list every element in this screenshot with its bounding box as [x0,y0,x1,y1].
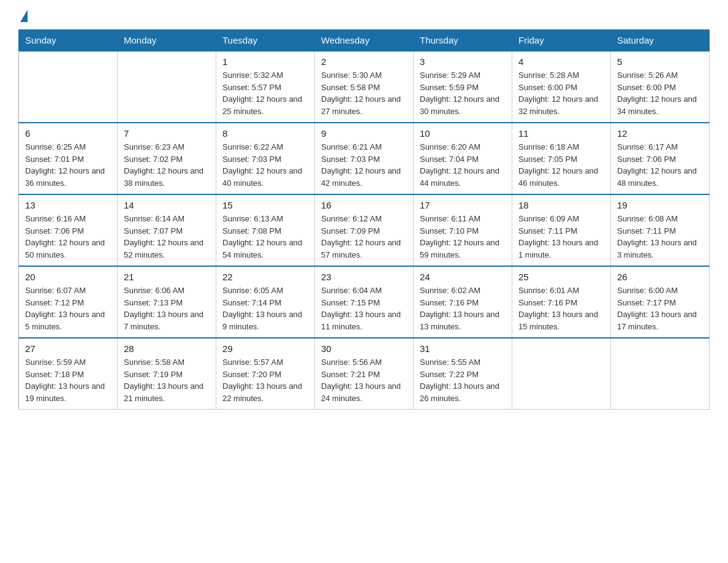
calendar-table: SundayMondayTuesdayWednesdayThursdayFrid… [18,29,710,410]
calendar-cell: 3Sunrise: 5:29 AMSunset: 5:59 PMDaylight… [414,51,512,123]
day-info: Sunrise: 5:56 AMSunset: 7:21 PMDaylight:… [321,356,407,404]
weekday-header-row: SundayMondayTuesdayWednesdayThursdayFrid… [19,30,710,52]
calendar-cell: 15Sunrise: 6:13 AMSunset: 7:08 PMDayligh… [216,194,315,266]
day-number: 7 [124,128,210,139]
day-number: 11 [518,128,604,139]
day-info: Sunrise: 6:17 AMSunset: 7:06 PMDaylight:… [617,141,703,189]
day-number: 9 [321,128,407,139]
day-number: 29 [222,343,308,354]
day-number: 17 [420,200,506,210]
day-info: Sunrise: 6:06 AMSunset: 7:13 PMDaylight:… [124,285,210,332]
day-info: Sunrise: 5:26 AMSunset: 6:00 PMDaylight:… [617,69,703,117]
day-number: 13 [25,200,111,210]
day-info: Sunrise: 6:05 AMSunset: 7:14 PMDaylight:… [222,285,308,332]
calendar-cell: 17Sunrise: 6:11 AMSunset: 7:10 PMDayligh… [414,194,512,266]
day-number: 28 [124,343,210,354]
day-info: Sunrise: 6:14 AMSunset: 7:07 PMDaylight:… [124,213,210,261]
day-info: Sunrise: 6:22 AMSunset: 7:03 PMDaylight:… [222,141,308,189]
weekday-header-sunday: Sunday [19,30,118,52]
day-info: Sunrise: 6:01 AMSunset: 7:16 PMDaylight:… [518,285,604,332]
day-info: Sunrise: 6:00 AMSunset: 7:17 PMDaylight:… [617,285,703,332]
calendar-cell: 10Sunrise: 6:20 AMSunset: 7:04 PMDayligh… [414,123,512,194]
day-number: 1 [222,56,308,67]
day-info: Sunrise: 6:21 AMSunset: 7:03 PMDaylight:… [321,141,407,189]
day-number: 23 [321,272,407,282]
day-info: Sunrise: 6:13 AMSunset: 7:08 PMDaylight:… [222,213,308,261]
calendar-cell: 28Sunrise: 5:58 AMSunset: 7:19 PMDayligh… [118,338,216,410]
calendar-cell: 7Sunrise: 6:23 AMSunset: 7:02 PMDaylight… [118,123,216,194]
day-info: Sunrise: 6:18 AMSunset: 7:05 PMDaylight:… [518,141,604,189]
day-info: Sunrise: 6:04 AMSunset: 7:15 PMDaylight:… [321,285,407,332]
day-number: 8 [222,128,308,139]
day-number: 5 [617,56,703,67]
calendar-cell: 22Sunrise: 6:05 AMSunset: 7:14 PMDayligh… [216,266,315,338]
page-header [18,12,710,22]
day-number: 26 [617,272,703,282]
day-number: 4 [518,56,604,67]
calendar-cell: 8Sunrise: 6:22 AMSunset: 7:03 PMDaylight… [216,123,315,194]
calendar-cell: 31Sunrise: 5:55 AMSunset: 7:22 PMDayligh… [414,338,512,410]
calendar-cell: 23Sunrise: 6:04 AMSunset: 7:15 PMDayligh… [315,266,414,338]
day-number: 22 [222,272,308,282]
day-info: Sunrise: 6:07 AMSunset: 7:12 PMDaylight:… [25,285,111,332]
calendar-cell: 1Sunrise: 5:32 AMSunset: 5:57 PMDaylight… [216,51,315,123]
day-info: Sunrise: 6:20 AMSunset: 7:04 PMDaylight:… [420,141,506,189]
logo-triangle-icon [20,10,28,22]
calendar-cell: 16Sunrise: 6:12 AMSunset: 7:09 PMDayligh… [315,194,414,266]
day-info: Sunrise: 6:12 AMSunset: 7:09 PMDaylight:… [321,213,407,261]
day-info: Sunrise: 6:23 AMSunset: 7:02 PMDaylight:… [124,141,210,189]
day-number: 27 [25,343,111,354]
weekday-header-saturday: Saturday [611,30,710,52]
day-info: Sunrise: 6:25 AMSunset: 7:01 PMDaylight:… [25,141,111,189]
day-number: 16 [321,200,407,210]
calendar-cell [19,51,118,123]
calendar-cell [611,338,710,410]
calendar-cell: 2Sunrise: 5:30 AMSunset: 5:58 PMDaylight… [315,51,414,123]
day-number: 20 [25,272,111,282]
calendar-cell [512,338,611,410]
calendar-cell: 11Sunrise: 6:18 AMSunset: 7:05 PMDayligh… [512,123,611,194]
day-info: Sunrise: 5:57 AMSunset: 7:20 PMDaylight:… [222,356,308,404]
day-info: Sunrise: 5:58 AMSunset: 7:19 PMDaylight:… [124,356,210,404]
week-row-4: 20Sunrise: 6:07 AMSunset: 7:12 PMDayligh… [19,266,710,338]
week-row-2: 6Sunrise: 6:25 AMSunset: 7:01 PMDaylight… [19,123,710,194]
logo [18,12,29,22]
calendar-cell: 19Sunrise: 6:08 AMSunset: 7:11 PMDayligh… [611,194,710,266]
day-info: Sunrise: 6:11 AMSunset: 7:10 PMDaylight:… [420,213,506,261]
day-info: Sunrise: 5:30 AMSunset: 5:58 PMDaylight:… [321,69,407,117]
day-info: Sunrise: 5:55 AMSunset: 7:22 PMDaylight:… [420,356,506,404]
calendar-cell: 27Sunrise: 5:59 AMSunset: 7:18 PMDayligh… [19,338,118,410]
calendar-cell: 5Sunrise: 5:26 AMSunset: 6:00 PMDaylight… [611,51,710,123]
day-number: 31 [420,343,506,354]
calendar-cell: 12Sunrise: 6:17 AMSunset: 7:06 PMDayligh… [611,123,710,194]
day-number: 14 [124,200,210,210]
calendar-cell: 24Sunrise: 6:02 AMSunset: 7:16 PMDayligh… [414,266,512,338]
calendar-cell: 6Sunrise: 6:25 AMSunset: 7:01 PMDaylight… [19,123,118,194]
day-number: 24 [420,272,506,282]
day-number: 21 [124,272,210,282]
day-info: Sunrise: 5:29 AMSunset: 5:59 PMDaylight:… [420,69,506,117]
calendar-cell: 9Sunrise: 6:21 AMSunset: 7:03 PMDaylight… [315,123,414,194]
calendar-cell: 13Sunrise: 6:16 AMSunset: 7:06 PMDayligh… [19,194,118,266]
weekday-header-wednesday: Wednesday [315,30,414,52]
calendar-cell [118,51,216,123]
day-number: 10 [420,128,506,139]
weekday-header-tuesday: Tuesday [216,30,315,52]
day-info: Sunrise: 6:16 AMSunset: 7:06 PMDaylight:… [25,213,111,261]
day-number: 12 [617,128,703,139]
day-info: Sunrise: 6:09 AMSunset: 7:11 PMDaylight:… [518,213,604,261]
week-row-1: 1Sunrise: 5:32 AMSunset: 5:57 PMDaylight… [19,51,710,123]
week-row-3: 13Sunrise: 6:16 AMSunset: 7:06 PMDayligh… [19,194,710,266]
calendar-cell: 21Sunrise: 6:06 AMSunset: 7:13 PMDayligh… [118,266,216,338]
week-row-5: 27Sunrise: 5:59 AMSunset: 7:18 PMDayligh… [19,338,710,410]
day-number: 6 [25,128,111,139]
calendar-cell: 20Sunrise: 6:07 AMSunset: 7:12 PMDayligh… [19,266,118,338]
day-number: 25 [518,272,604,282]
calendar-cell: 18Sunrise: 6:09 AMSunset: 7:11 PMDayligh… [512,194,611,266]
day-info: Sunrise: 5:59 AMSunset: 7:18 PMDaylight:… [25,356,111,404]
day-number: 15 [222,200,308,210]
weekday-header-thursday: Thursday [414,30,512,52]
calendar-cell: 14Sunrise: 6:14 AMSunset: 7:07 PMDayligh… [118,194,216,266]
day-info: Sunrise: 6:02 AMSunset: 7:16 PMDaylight:… [420,285,506,332]
calendar-cell: 25Sunrise: 6:01 AMSunset: 7:16 PMDayligh… [512,266,611,338]
